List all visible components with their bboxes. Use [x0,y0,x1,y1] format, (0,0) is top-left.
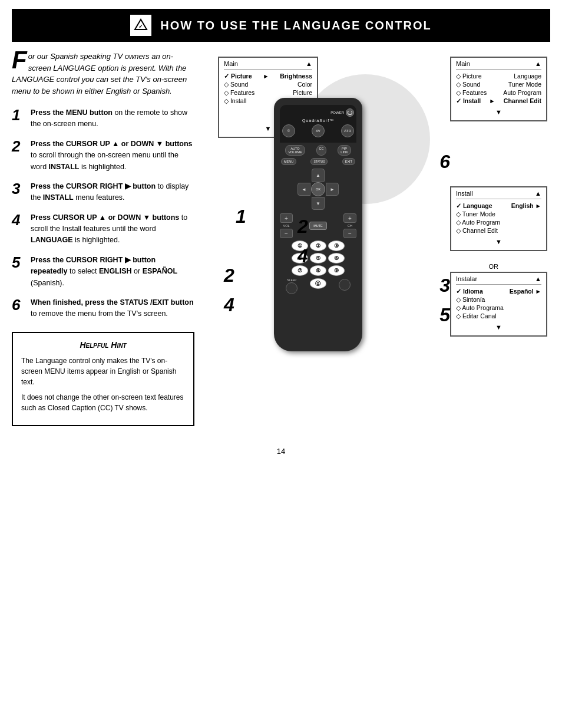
diagram-area: Main ▲ ✓ Picture ► Brightness ◇ Sound Co… [206,51,550,393]
page-number: 14 [0,435,562,467]
menu2-row-features: ◇ Features Auto Program [456,88,541,97]
step-4-text: Press CURSOR UP ▲ or DOWN ▼ buttons to s… [31,212,194,246]
step-1-number: 1 [12,107,25,123]
drop-cap: F [12,51,27,70]
menu1-sound-label: ◇ Sound [224,81,248,88]
menu3-header: Install ▲ [456,190,541,199]
remote-brand-label: QuadraSurf™ [282,118,354,123]
menu3-channel-label: ◇ Channel Edit [456,227,498,234]
menu3-language-label: ✓ Language [456,202,492,209]
menu3-up-arrow: ▲ [535,190,541,197]
menu4-espanol: Español ► [510,288,541,295]
menu2-row-install: ✓ Install ► Channel Edit [456,97,541,105]
step-4-number: 4 [12,212,25,228]
menu-screen-3: Install ▲ ✓ Language English ► ◇ Tuner M… [450,186,547,251]
step-6-text: When finished, press the STATUS /EXIT bu… [31,297,194,320]
sleep-circle [286,282,297,294]
menu4-row-editar: ◇ Editar Canal [456,312,541,320]
remote-top-section: POWER QuadraSurf™ © AV ATR [280,105,356,143]
right-column: Main ▲ ✓ Picture ► Brightness ◇ Sound Co… [206,51,550,426]
step-5-number: 5 [12,255,25,270]
vol-mute-ch-row: + VOL − MUTE + CH − [280,213,356,238]
num-5-button[interactable]: ⑤ [310,253,326,263]
step-3-number: 3 [12,181,25,196]
brand-logo-icon: ✓ [130,15,151,36]
menu1-picture-label: ✓ Picture [224,73,252,80]
step-6: 6 When finished, press the STATUS /EXIT … [12,297,194,320]
nav-right-button[interactable]: ► [326,183,339,196]
menu-button[interactable]: MENU [281,158,296,165]
step-4: 4 Press CURSOR UP ▲ or DOWN ▼ buttons to… [12,212,194,246]
menu4-auto-label: ◇ Auto Programa [456,304,504,311]
cc-button[interactable]: CC [316,145,327,156]
helpful-hint-box: Helpful Hint The Language control only m… [12,332,194,426]
bubble-2a: 2 [224,265,234,286]
atr-button[interactable]: ATR [341,124,354,137]
menu1-picture-arrow: ► [263,73,269,80]
step-3: 3 Press the CURSOR RIGHT ▶ button to dis… [12,181,194,204]
bubble-6: 6 [439,151,450,173]
auto-volume-button[interactable]: AUTOVOLUME [285,145,305,156]
ch-plus-button[interactable]: + [343,213,356,223]
vol-plus-button[interactable]: + [280,213,293,223]
menu3-english: English ► [511,202,541,209]
menu2-language: Language [514,73,541,80]
sleep-button[interactable]: SLEEP [286,278,297,294]
num-3-button[interactable]: ③ [328,241,345,251]
menu1-row-sound: ◇ Sound Color [224,80,312,88]
ch-label: CH [348,224,352,228]
nav-down-button[interactable]: ▼ [312,197,325,210]
svg-text:✓: ✓ [138,24,143,29]
vol-minus-button[interactable]: − [280,229,293,238]
nav-left-button[interactable]: ◄ [297,183,310,196]
hint-paragraph-2: It does not change the other on-screen t… [21,392,185,413]
pip-button[interactable]: PIPLINK [338,145,351,156]
num-0-button[interactable]: ⓪ [310,278,326,289]
exit-button[interactable]: EXIT [342,158,355,165]
menu4-row-auto: ◇ Auto Programa [456,304,541,312]
menu1-row-features: ◇ Features Picture [224,88,312,97]
menu2-up-arrow: ▲ [535,60,541,67]
remote-power-row: POWER [282,108,354,117]
menu3-auto-label: ◇ Auto Program [456,219,500,226]
number-pad: ① ② ③ ④ ⑤ ⑥ ⑦ ⑧ ⑨ [280,241,356,276]
menu2-title: Main [456,60,470,67]
sleep-label: SLEEP [287,278,296,282]
menu2-install-label: ✓ Install [456,97,481,104]
menu4-sintonia-label: ◇ Sintonía [456,296,485,303]
av-button[interactable]: AV [312,124,325,137]
nav-cross: ▲ ▼ ◄ ► OK [297,169,339,210]
page-number-text: 14 [277,447,285,456]
step-2-text: Press the CURSOR UP ▲ or DOWN ▼ buttons … [31,139,194,173]
ch-block: + CH − [343,213,356,238]
copyright-button[interactable]: © [282,124,295,137]
menu1-up-arrow: ▲ [306,60,312,67]
nav-center-button[interactable]: OK [311,182,325,196]
step-3-text: Press the CURSOR RIGHT ▶ button to displ… [31,181,194,204]
menu3-row-tuner: ◇ Tuner Mode [456,210,541,218]
num-6-button[interactable]: ⑥ [328,253,345,263]
step-2: 2 Press the CURSOR UP ▲ or DOWN ▼ button… [12,139,194,173]
bubble-4b: 4 [297,245,308,267]
num-9-button[interactable]: ⑨ [328,265,345,276]
bubble-5: 5 [439,304,450,326]
menu4-up-arrow: ▲ [535,275,541,282]
extra-button[interactable] [339,278,351,294]
menu3-row-language: ✓ Language English ► [456,202,541,210]
menu2-auto-program: Auto Program [503,89,541,96]
num-2-button[interactable]: ② [310,241,326,251]
ch-minus-button[interactable]: − [343,229,356,238]
menu4-idioma-label: ✓ Idioma [456,288,483,295]
bubble-3: 3 [439,275,450,297]
menu2-sound-label: ◇ Sound [456,81,480,88]
nav-up-button[interactable]: ▲ [312,169,325,182]
power-label: POWER [330,111,344,114]
status-label[interactable]: STATUS [310,158,328,165]
num-8-button[interactable]: ⑧ [310,265,326,276]
menu2-channel-edit: Channel Edit [504,97,541,104]
menu4-title: Instalar [456,275,477,282]
hint-title: Helpful Hint [21,340,185,350]
mute-button[interactable]: MUTE [309,222,327,230]
menu2-footer: ▼ [456,108,541,116]
power-button[interactable] [346,108,354,117]
